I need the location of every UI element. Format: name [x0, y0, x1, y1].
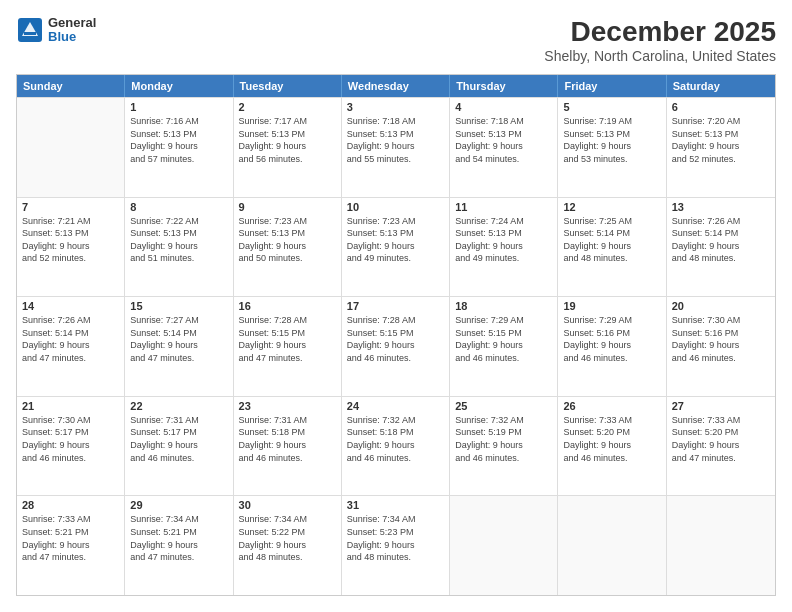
calendar-day-11: 11Sunrise: 7:24 AMSunset: 5:13 PMDayligh…	[450, 198, 558, 297]
day-number: 2	[239, 101, 336, 113]
day-info: Sunrise: 7:32 AMSunset: 5:19 PMDaylight:…	[455, 414, 552, 464]
calendar-day-29: 29Sunrise: 7:34 AMSunset: 5:21 PMDayligh…	[125, 496, 233, 595]
header: General Blue December 2025 Shelby, North…	[16, 16, 776, 64]
logo-icon	[16, 16, 44, 44]
day-info: Sunrise: 7:33 AMSunset: 5:20 PMDaylight:…	[563, 414, 660, 464]
day-info: Sunrise: 7:34 AMSunset: 5:22 PMDaylight:…	[239, 513, 336, 563]
logo-general: General	[48, 16, 96, 30]
day-info: Sunrise: 7:30 AMSunset: 5:16 PMDaylight:…	[672, 314, 770, 364]
calendar-day-15: 15Sunrise: 7:27 AMSunset: 5:14 PMDayligh…	[125, 297, 233, 396]
day-number: 8	[130, 201, 227, 213]
day-number: 9	[239, 201, 336, 213]
day-number: 27	[672, 400, 770, 412]
calendar-day-31: 31Sunrise: 7:34 AMSunset: 5:23 PMDayligh…	[342, 496, 450, 595]
calendar-week-2: 7Sunrise: 7:21 AMSunset: 5:13 PMDaylight…	[17, 197, 775, 297]
day-number: 18	[455, 300, 552, 312]
day-number: 21	[22, 400, 119, 412]
day-info: Sunrise: 7:31 AMSunset: 5:17 PMDaylight:…	[130, 414, 227, 464]
day-info: Sunrise: 7:18 AMSunset: 5:13 PMDaylight:…	[347, 115, 444, 165]
day-info: Sunrise: 7:32 AMSunset: 5:18 PMDaylight:…	[347, 414, 444, 464]
calendar-day-10: 10Sunrise: 7:23 AMSunset: 5:13 PMDayligh…	[342, 198, 450, 297]
calendar-day-7: 7Sunrise: 7:21 AMSunset: 5:13 PMDaylight…	[17, 198, 125, 297]
calendar-day-30: 30Sunrise: 7:34 AMSunset: 5:22 PMDayligh…	[234, 496, 342, 595]
day-info: Sunrise: 7:29 AMSunset: 5:16 PMDaylight:…	[563, 314, 660, 364]
day-info: Sunrise: 7:23 AMSunset: 5:13 PMDaylight:…	[239, 215, 336, 265]
calendar-day-19: 19Sunrise: 7:29 AMSunset: 5:16 PMDayligh…	[558, 297, 666, 396]
calendar-day-1: 1Sunrise: 7:16 AMSunset: 5:13 PMDaylight…	[125, 98, 233, 197]
day-number: 29	[130, 499, 227, 511]
calendar-body: 1Sunrise: 7:16 AMSunset: 5:13 PMDaylight…	[17, 97, 775, 595]
day-info: Sunrise: 7:29 AMSunset: 5:15 PMDaylight:…	[455, 314, 552, 364]
calendar-day-13: 13Sunrise: 7:26 AMSunset: 5:14 PMDayligh…	[667, 198, 775, 297]
day-number: 20	[672, 300, 770, 312]
day-number: 3	[347, 101, 444, 113]
calendar-day-16: 16Sunrise: 7:28 AMSunset: 5:15 PMDayligh…	[234, 297, 342, 396]
day-header-friday: Friday	[558, 75, 666, 97]
day-number: 15	[130, 300, 227, 312]
logo: General Blue	[16, 16, 96, 45]
day-number: 30	[239, 499, 336, 511]
calendar-day-21: 21Sunrise: 7:30 AMSunset: 5:17 PMDayligh…	[17, 397, 125, 496]
day-number: 16	[239, 300, 336, 312]
day-number: 7	[22, 201, 119, 213]
day-info: Sunrise: 7:20 AMSunset: 5:13 PMDaylight:…	[672, 115, 770, 165]
day-info: Sunrise: 7:16 AMSunset: 5:13 PMDaylight:…	[130, 115, 227, 165]
day-number: 14	[22, 300, 119, 312]
calendar-day-23: 23Sunrise: 7:31 AMSunset: 5:18 PMDayligh…	[234, 397, 342, 496]
calendar-header: SundayMondayTuesdayWednesdayThursdayFrid…	[17, 75, 775, 97]
page: General Blue December 2025 Shelby, North…	[0, 0, 792, 612]
calendar-day-empty	[558, 496, 666, 595]
day-info: Sunrise: 7:34 AMSunset: 5:23 PMDaylight:…	[347, 513, 444, 563]
calendar-week-3: 14Sunrise: 7:26 AMSunset: 5:14 PMDayligh…	[17, 296, 775, 396]
day-header-wednesday: Wednesday	[342, 75, 450, 97]
calendar: SundayMondayTuesdayWednesdayThursdayFrid…	[16, 74, 776, 596]
day-info: Sunrise: 7:22 AMSunset: 5:13 PMDaylight:…	[130, 215, 227, 265]
day-info: Sunrise: 7:30 AMSunset: 5:17 PMDaylight:…	[22, 414, 119, 464]
day-number: 31	[347, 499, 444, 511]
day-info: Sunrise: 7:33 AMSunset: 5:21 PMDaylight:…	[22, 513, 119, 563]
calendar-day-12: 12Sunrise: 7:25 AMSunset: 5:14 PMDayligh…	[558, 198, 666, 297]
day-header-tuesday: Tuesday	[234, 75, 342, 97]
day-info: Sunrise: 7:19 AMSunset: 5:13 PMDaylight:…	[563, 115, 660, 165]
day-number: 28	[22, 499, 119, 511]
day-number: 17	[347, 300, 444, 312]
day-info: Sunrise: 7:25 AMSunset: 5:14 PMDaylight:…	[563, 215, 660, 265]
day-header-saturday: Saturday	[667, 75, 775, 97]
day-info: Sunrise: 7:26 AMSunset: 5:14 PMDaylight:…	[672, 215, 770, 265]
day-info: Sunrise: 7:18 AMSunset: 5:13 PMDaylight:…	[455, 115, 552, 165]
calendar-day-28: 28Sunrise: 7:33 AMSunset: 5:21 PMDayligh…	[17, 496, 125, 595]
day-number: 26	[563, 400, 660, 412]
calendar-day-20: 20Sunrise: 7:30 AMSunset: 5:16 PMDayligh…	[667, 297, 775, 396]
calendar-day-6: 6Sunrise: 7:20 AMSunset: 5:13 PMDaylight…	[667, 98, 775, 197]
day-info: Sunrise: 7:24 AMSunset: 5:13 PMDaylight:…	[455, 215, 552, 265]
calendar-day-18: 18Sunrise: 7:29 AMSunset: 5:15 PMDayligh…	[450, 297, 558, 396]
day-number: 5	[563, 101, 660, 113]
day-info: Sunrise: 7:27 AMSunset: 5:14 PMDaylight:…	[130, 314, 227, 364]
title-block: December 2025 Shelby, North Carolina, Un…	[544, 16, 776, 64]
day-info: Sunrise: 7:28 AMSunset: 5:15 PMDaylight:…	[347, 314, 444, 364]
day-info: Sunrise: 7:31 AMSunset: 5:18 PMDaylight:…	[239, 414, 336, 464]
calendar-day-27: 27Sunrise: 7:33 AMSunset: 5:20 PMDayligh…	[667, 397, 775, 496]
day-header-sunday: Sunday	[17, 75, 125, 97]
day-number: 24	[347, 400, 444, 412]
day-info: Sunrise: 7:34 AMSunset: 5:21 PMDaylight:…	[130, 513, 227, 563]
calendar-day-2: 2Sunrise: 7:17 AMSunset: 5:13 PMDaylight…	[234, 98, 342, 197]
day-info: Sunrise: 7:21 AMSunset: 5:13 PMDaylight:…	[22, 215, 119, 265]
day-number: 4	[455, 101, 552, 113]
day-info: Sunrise: 7:33 AMSunset: 5:20 PMDaylight:…	[672, 414, 770, 464]
logo-text: General Blue	[48, 16, 96, 45]
svg-rect-2	[24, 32, 36, 35]
calendar-day-8: 8Sunrise: 7:22 AMSunset: 5:13 PMDaylight…	[125, 198, 233, 297]
calendar-day-22: 22Sunrise: 7:31 AMSunset: 5:17 PMDayligh…	[125, 397, 233, 496]
day-info: Sunrise: 7:23 AMSunset: 5:13 PMDaylight:…	[347, 215, 444, 265]
logo-blue: Blue	[48, 30, 96, 44]
calendar-week-1: 1Sunrise: 7:16 AMSunset: 5:13 PMDaylight…	[17, 97, 775, 197]
day-header-monday: Monday	[125, 75, 233, 97]
day-number: 1	[130, 101, 227, 113]
calendar-day-25: 25Sunrise: 7:32 AMSunset: 5:19 PMDayligh…	[450, 397, 558, 496]
day-info: Sunrise: 7:17 AMSunset: 5:13 PMDaylight:…	[239, 115, 336, 165]
day-number: 13	[672, 201, 770, 213]
calendar-day-26: 26Sunrise: 7:33 AMSunset: 5:20 PMDayligh…	[558, 397, 666, 496]
calendar-day-empty	[17, 98, 125, 197]
calendar-day-24: 24Sunrise: 7:32 AMSunset: 5:18 PMDayligh…	[342, 397, 450, 496]
